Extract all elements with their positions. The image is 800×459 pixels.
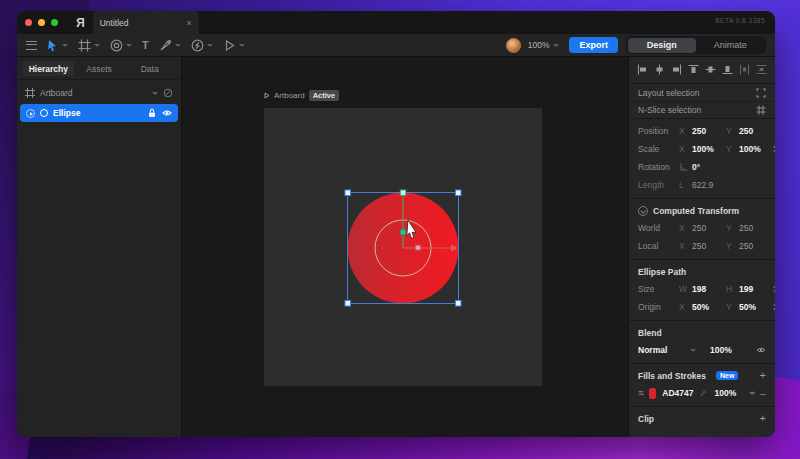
tab-assets[interactable]: Assets bbox=[74, 61, 125, 76]
computed-transform-header[interactable]: Computed Transform bbox=[629, 202, 775, 219]
corner-handle-tl bbox=[345, 190, 351, 196]
tree-item-ellipse[interactable]: Ellipse bbox=[20, 104, 178, 122]
local-x-value: 250 bbox=[692, 241, 726, 251]
origin-y-input[interactable]: 50% bbox=[739, 302, 773, 312]
align-center-horizontal-icon[interactable] bbox=[654, 64, 665, 75]
minimize-window-button[interactable] bbox=[38, 19, 45, 26]
tree-item-artboard[interactable]: Artboard bbox=[17, 85, 181, 101]
fill-options-icon[interactable] bbox=[638, 388, 644, 398]
origin-stepper[interactable] bbox=[773, 303, 775, 311]
tab-hierarchy[interactable]: Hierarchy bbox=[23, 61, 74, 76]
artboard-surface[interactable] bbox=[264, 108, 542, 386]
nslice-selection-row[interactable]: N-Slice selection bbox=[629, 101, 775, 118]
blend-mode-dropdown[interactable]: Normal bbox=[638, 345, 690, 355]
artboard-header[interactable]: Artboard Active bbox=[264, 90, 339, 101]
bone-tool-button[interactable] bbox=[188, 36, 216, 54]
chevron-down-icon[interactable] bbox=[152, 92, 158, 95]
align-middle-vertical-icon[interactable] bbox=[705, 64, 716, 75]
chevron-down-icon bbox=[553, 44, 559, 47]
length-row: Length L 622.9 bbox=[629, 176, 775, 194]
size-stepper[interactable] bbox=[773, 285, 775, 293]
pen-tool-button[interactable] bbox=[156, 36, 184, 54]
link-icon[interactable] bbox=[700, 388, 706, 398]
blend-mode-row: Normal 100% bbox=[629, 341, 775, 359]
clip-header: Clip + bbox=[629, 410, 775, 427]
text-tool-button[interactable]: T bbox=[139, 36, 152, 54]
scale-y-input[interactable]: 100% bbox=[739, 144, 773, 154]
tab-data[interactable]: Data bbox=[124, 61, 175, 76]
align-bottom-icon[interactable] bbox=[722, 64, 733, 75]
document-tab[interactable]: Untitled × bbox=[93, 11, 199, 34]
fill-hex-input[interactable]: AD4747 bbox=[662, 388, 700, 398]
add-fill-button[interactable]: + bbox=[760, 370, 766, 381]
collapse-icon[interactable] bbox=[638, 206, 648, 216]
axis-y-label: Y bbox=[726, 223, 739, 233]
chevron-down-icon[interactable] bbox=[62, 44, 68, 47]
menu-icon[interactable] bbox=[26, 41, 37, 50]
chevron-down-icon[interactable] bbox=[207, 44, 213, 47]
chevron-down-icon[interactable] bbox=[126, 44, 132, 47]
blend-opacity-input[interactable]: 100% bbox=[710, 345, 744, 355]
chevron-down-icon[interactable] bbox=[690, 349, 696, 352]
tab-design[interactable]: Design bbox=[628, 38, 697, 53]
distribute-horizontal-icon[interactable] bbox=[739, 64, 750, 75]
shape-tool-button[interactable] bbox=[107, 36, 135, 54]
canvas[interactable]: Artboard Active bbox=[182, 57, 628, 437]
main-area: Hierarchy Assets Data Artboard Ellipse bbox=[17, 57, 775, 437]
beta-version-label: BETA 0.8.3385 bbox=[715, 17, 765, 24]
align-right-icon[interactable] bbox=[671, 64, 682, 75]
section-title: Ellipse Path bbox=[638, 267, 686, 277]
zoom-dropdown[interactable]: 100% bbox=[528, 40, 560, 50]
eye-icon[interactable] bbox=[749, 388, 755, 398]
axis-x-label: X bbox=[679, 144, 692, 154]
tree-item-label: Ellipse bbox=[53, 108, 80, 118]
scale-x-input[interactable]: 100% bbox=[692, 144, 726, 154]
eye-icon bbox=[162, 108, 172, 118]
nslice-selection-label: N-Slice selection bbox=[638, 105, 701, 115]
tab-animate[interactable]: Animate bbox=[696, 38, 765, 53]
chevron-down-icon[interactable] bbox=[239, 44, 245, 47]
align-left-icon[interactable] bbox=[637, 64, 648, 75]
position-x-input[interactable]: 250 bbox=[692, 126, 726, 136]
x-handle bbox=[416, 245, 421, 250]
artboard-tool-button[interactable] bbox=[75, 36, 103, 54]
scale-stepper[interactable] bbox=[773, 145, 775, 153]
fill-color-swatch[interactable] bbox=[649, 388, 656, 399]
fill-row[interactable]: AD4747 100% – bbox=[629, 384, 775, 402]
trigger-tool-button[interactable] bbox=[220, 36, 248, 54]
select-tool-button[interactable] bbox=[43, 36, 71, 54]
chevron-down-icon[interactable] bbox=[175, 44, 181, 47]
rotation-input[interactable]: 0° bbox=[692, 162, 726, 172]
chevron-down-icon[interactable] bbox=[94, 44, 100, 47]
corner-handle-tr bbox=[456, 190, 462, 196]
size-w-input[interactable]: 198 bbox=[692, 284, 726, 294]
close-window-button[interactable] bbox=[25, 19, 32, 26]
section-title: Clip bbox=[638, 414, 654, 424]
tab-close-icon[interactable]: × bbox=[186, 18, 191, 28]
distribute-vertical-icon[interactable] bbox=[756, 64, 767, 75]
rotation-row: Rotation 0° bbox=[629, 158, 775, 176]
axis-x-label: X bbox=[679, 126, 692, 136]
origin-x-input[interactable]: 50% bbox=[692, 302, 726, 312]
zoom-window-button[interactable] bbox=[51, 19, 58, 26]
user-avatar[interactable] bbox=[506, 38, 521, 53]
eye-icon[interactable] bbox=[756, 345, 766, 355]
artboard-tool-icon bbox=[78, 39, 91, 52]
layout-selection-row[interactable]: Layout selection bbox=[629, 84, 775, 101]
fills-strokes-header: Fills and Strokes New + bbox=[629, 367, 775, 384]
export-button[interactable]: Export bbox=[569, 37, 618, 53]
position-y-input[interactable]: 250 bbox=[739, 126, 773, 136]
size-h-input[interactable]: 199 bbox=[739, 284, 773, 294]
bone-tool-icon bbox=[191, 39, 204, 52]
fill-opacity-input[interactable]: 100% bbox=[715, 388, 749, 398]
lock-icon bbox=[147, 108, 157, 118]
origin-handle bbox=[400, 230, 405, 235]
disclosure-icon[interactable] bbox=[26, 109, 35, 118]
section-title: Computed Transform bbox=[653, 206, 739, 216]
position-label: Position bbox=[638, 126, 679, 136]
align-top-icon[interactable] bbox=[688, 64, 699, 75]
add-clip-button[interactable]: + bbox=[760, 413, 766, 424]
toolbar: T 100% Export Design Animate bbox=[17, 34, 775, 57]
remove-fill-button[interactable]: – bbox=[760, 388, 766, 399]
cursor-icon bbox=[46, 39, 59, 52]
